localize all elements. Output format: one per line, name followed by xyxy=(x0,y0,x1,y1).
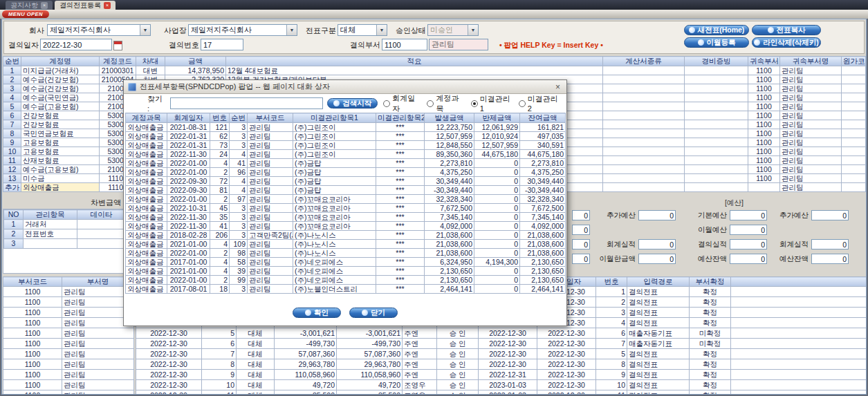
search-start-button[interactable]: 검색시작 xyxy=(327,98,378,109)
budget-value-field[interactable]: 0 xyxy=(572,225,590,235)
table-row[interactable]: 외상매출금2018-02-282063고객만족2팀(JS(주)나노시스***21… xyxy=(126,231,566,240)
budget-value-field[interactable]: 0 xyxy=(638,254,676,264)
table-row[interactable]: 1미지급금(거래처)21000301대변14,378,95012월 4대보험료1… xyxy=(3,66,866,75)
site-label: 사업장 xyxy=(159,26,187,36)
budget-value-field[interactable]: 0 xyxy=(730,254,767,264)
delete-line-button[interactable]: 라인삭제(삭제키) xyxy=(752,37,821,48)
radio-icon xyxy=(383,100,390,107)
table-row[interactable]: 2022-12-306대체-499,730-499,730주엔승 인2022-1… xyxy=(136,339,867,349)
budget-value-field[interactable]: 0 xyxy=(730,225,767,235)
table-row[interactable]: 1100관리팀 xyxy=(3,349,134,359)
menu-strip: MENU OPEN xyxy=(0,10,868,19)
table-row[interactable]: 2022-12-309대체110,058,960110,058,960주엔승 인… xyxy=(136,370,867,380)
table-row[interactable]: 1100관리팀 xyxy=(3,339,134,349)
button-icon xyxy=(698,39,704,46)
popup-detail-table: 계정과목회계일자번호순번부서코드미결관리항목1미결관리항목2발생금액반제금액잔여… xyxy=(125,113,566,294)
budget-value-field[interactable]: 0 xyxy=(572,239,590,249)
table-row[interactable]: 외상매출금2017-08-01183관리팀(주)노블인더스트리***2,464,… xyxy=(126,285,566,294)
radio-open-mgmt1[interactable]: 미결관리1 xyxy=(471,94,513,113)
table-row[interactable]: 외상매출금2022-11-30244관리팀(주)그린조이***89,350,36… xyxy=(126,150,566,159)
table-row[interactable]: 1100관리팀 xyxy=(3,328,134,339)
table-row[interactable]: 외상매출금2022-01-00297관리팀(주)꼬매요코리아***32,328,… xyxy=(126,195,566,204)
resolution-dept-code-input[interactable]: 1100 xyxy=(382,39,427,50)
table-row[interactable]: 외상매출금2017-01-00458관리팀(주)네오피에스***6,324,95… xyxy=(126,258,566,267)
resolution-no-input[interactable]: 17 xyxy=(201,39,243,50)
management-item-section: NO관리항목데이타 1거래처2전표번호3 xyxy=(3,209,126,274)
tab-close-icon[interactable]: × xyxy=(41,2,48,9)
table-row[interactable]: 1100관리팀 xyxy=(3,318,134,328)
menu-open-button[interactable]: MENU OPEN xyxy=(2,10,49,18)
site-select[interactable]: 제일저지주식회사 ▼ xyxy=(188,24,297,36)
resolution-date-input[interactable]: 2022-12-30 xyxy=(40,39,112,50)
popup-title-bar[interactable]: 전표세부항목(SPNDCDPop) 팝업 -- 웹 페이지 대화 상자 × xyxy=(124,80,566,94)
company-select[interactable]: 제일저지주식회사 ▼ xyxy=(47,24,151,36)
table-row[interactable]: 외상매출금2022-09-30724관리팀(주)금탑***30,349,4400… xyxy=(126,177,566,186)
table-row[interactable]: 1100관리팀 xyxy=(3,380,134,390)
approval-status-select[interactable]: 미승인 ▼ xyxy=(427,24,479,36)
table-row[interactable]: 2022-12-305대체-3,001,621-3,001,621주엔승 인20… xyxy=(136,328,867,339)
radio-account-title[interactable]: 계정과목 xyxy=(427,93,465,114)
budget-value-field[interactable]: 0 xyxy=(572,254,590,264)
budget-value-field[interactable]: 0 xyxy=(811,239,849,249)
table-row[interactable]: 외상매출금2022-01-00296관리팀(주)금탑***4,375,25004… xyxy=(126,168,566,177)
radio-open-mgmt2[interactable]: 미결관리2 xyxy=(519,94,561,113)
copy-voucher-button[interactable]: 전표복사 xyxy=(752,25,821,35)
table-row[interactable]: 외상매출금2022-11-30353관리팀(주)꼬매요코리아***7,345,1… xyxy=(126,213,566,222)
close-icon[interactable]: × xyxy=(553,82,562,92)
budget-label: 결의실적 xyxy=(688,240,727,249)
close-button[interactable]: 닫기 xyxy=(349,308,398,318)
table-row[interactable]: 외상매출금2022-11-30413관리팀(주)꼬매요코리아***4,092,0… xyxy=(126,222,566,231)
slip-type-select[interactable]: 대체 ▼ xyxy=(338,24,387,36)
column-header: 잔여금액 xyxy=(520,113,566,123)
table-row[interactable]: 2022-12-308대체29,963,78029,963,780주엔승 인20… xyxy=(136,359,867,370)
table-row[interactable]: 1100관리팀 xyxy=(3,287,134,297)
radio-accounting-date[interactable]: 회계일자 xyxy=(383,93,421,114)
budget-value-field[interactable]: 0 xyxy=(811,210,849,220)
button-icon xyxy=(754,39,760,46)
column-header: 번호 xyxy=(596,277,627,287)
popup-grid-section: 계정과목회계일자번호순번부서코드미결관리항목1미결관리항목2발생금액반제금액잔여… xyxy=(125,113,565,294)
table-row[interactable]: 1거래처 xyxy=(4,220,126,229)
table-row[interactable]: 외상매출금2022-10-31453관리팀(주)꼬매요코리아***7,672,5… xyxy=(126,204,566,213)
resolution-no-label: 결의번호 xyxy=(166,40,199,50)
table-row[interactable]: 외상매출금2022-01-00299관리팀(주)네오피에스***2,130,65… xyxy=(126,276,566,285)
table-row[interactable]: 3 xyxy=(4,239,126,249)
company-label: 회사 xyxy=(22,26,44,36)
carryover-register-button[interactable]: 이월등록 xyxy=(684,37,749,48)
find-input[interactable] xyxy=(170,97,323,109)
tab-close-icon[interactable]: × xyxy=(104,2,111,9)
budget-value-field[interactable]: 0 xyxy=(572,210,590,220)
table-row[interactable]: 외상매출금2022-01-31733관리팀(주)그린조이***12,848,55… xyxy=(126,141,566,150)
table-row[interactable]: 외상매출금2022-01-00441관리팀(주)금탑***2,273,81002… xyxy=(126,159,566,168)
table-row[interactable]: 외상매출금2022-09-30814관리팀(주)금탑***-30,349,440… xyxy=(126,186,566,195)
table-row[interactable]: 외상매출금2021-01-004109관리팀(주)나노시스***21,038,6… xyxy=(126,240,566,249)
budget-value-field[interactable]: 0 xyxy=(811,254,849,264)
table-row[interactable]: 1100관리팀 xyxy=(3,297,134,308)
help-hint: • 팝업 HELP Key = Insert Key • xyxy=(499,41,603,50)
budget-value-field[interactable]: 0 xyxy=(730,210,767,220)
new-voucher-button[interactable]: 새전표(Home) xyxy=(684,25,749,35)
table-row[interactable]: 1100관리팀 xyxy=(3,359,134,370)
table-row[interactable]: 외상매출금2022-01-31623관리팀(주)그린조이***12,507,95… xyxy=(126,132,566,141)
table-row[interactable]: 2022-12-3011대체85,50085,500조영우승 인2023-01-… xyxy=(136,390,867,395)
column-header: NO xyxy=(4,210,24,220)
table-row[interactable]: 2022-12-3010대체49,72049,720조영우승 인2023-01-… xyxy=(136,380,867,390)
calendar-icon[interactable] xyxy=(113,41,122,50)
table-row[interactable]: 외상매출금2022-01-00298관리팀(주)나노시스***21,038,60… xyxy=(126,249,566,258)
table-row[interactable]: 1100관리팀 xyxy=(3,308,134,318)
table-row[interactable]: 1100관리팀 xyxy=(3,390,134,395)
button-icon xyxy=(333,100,340,106)
tab-notice[interactable]: 공지사항 × xyxy=(6,1,53,10)
budget-section-title: [예산] xyxy=(725,198,744,208)
table-row[interactable]: 2전표번호 xyxy=(4,229,126,239)
table-row[interactable]: 외상매출금2021-01-00439관리팀(주)네오피에스***2,130,65… xyxy=(126,267,566,276)
confirm-button[interactable]: 확인 xyxy=(293,308,341,318)
budget-value-field[interactable]: 0 xyxy=(638,210,676,220)
table-row[interactable]: 2022-12-307대체57,087,36057,087,360주엔승 인20… xyxy=(136,349,867,359)
table-row[interactable]: 1100관리팀 xyxy=(3,370,134,380)
tab-label: 결의전표등록 xyxy=(59,1,101,10)
table-row[interactable]: 외상매출금2021-08-311213관리팀(주)그린조이***12,223,7… xyxy=(126,123,566,132)
budget-value-field[interactable]: 0 xyxy=(730,239,767,249)
tab-voucher-register[interactable]: 결의전표등록 × xyxy=(55,1,116,10)
budget-value-field[interactable]: 0 xyxy=(638,239,676,249)
